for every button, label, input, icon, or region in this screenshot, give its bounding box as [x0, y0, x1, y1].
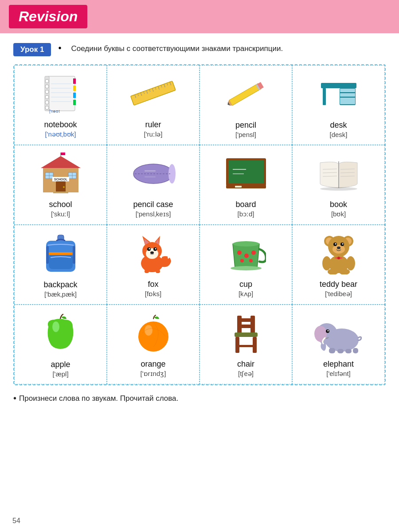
svg-point-2 [45, 79, 49, 83]
trans-fox: [fɒks] [145, 290, 162, 298]
svg-rect-32 [229, 83, 261, 106]
svg-rect-133 [235, 332, 258, 337]
vocab-cell-orange: orange ['ɒrɪndʒ] [107, 305, 200, 384]
svg-rect-85 [46, 246, 49, 264]
vocab-cell-cup: cup [kʌp] [200, 225, 292, 305]
svg-rect-70 [226, 185, 266, 188]
bottom-bullet: • [13, 393, 16, 403]
chair-icon [228, 311, 264, 355]
book-icon [317, 152, 361, 196]
svg-rect-15 [73, 93, 76, 98]
svg-rect-69 [228, 160, 264, 184]
word-elephant: elephant [323, 360, 354, 369]
word-book: book [330, 200, 347, 209]
svg-rect-41 [323, 88, 326, 105]
trans-apple: ['æpl] [52, 370, 68, 378]
svg-rect-73 [235, 186, 242, 188]
word-school: school [49, 200, 72, 209]
vocab-cell-desk: desk [desk] [292, 65, 385, 145]
svg-rect-46 [340, 98, 355, 104]
svg-point-97 [149, 248, 150, 250]
vocab-cell-pencil-case: pencil case ['pensl‚keɪs] [107, 145, 200, 225]
board-icon [224, 152, 268, 196]
vocab-cell-ruler: ruler ['ruːlə] [107, 65, 200, 145]
svg-rect-14 [73, 86, 76, 91]
pencil-icon [224, 72, 268, 116]
page-title: Revision [19, 8, 78, 24]
word-backpack: backpack [43, 280, 77, 289]
trans-cup: [kʌp] [239, 290, 253, 298]
trans-orange: ['ɒrɪndʒ] [141, 370, 166, 378]
svg-rect-39 [321, 83, 356, 88]
trans-notebook: ['nəʊt‚bʊk] [45, 130, 76, 138]
svg-point-50 [63, 186, 65, 188]
svg-point-7 [45, 106, 49, 110]
word-teddy-bear: teddy bear [320, 280, 357, 289]
desk-icon [317, 72, 361, 116]
svg-rect-13 [73, 78, 76, 84]
vocab-cell-notebook: ['nəʊt notebook ['nəʊt‚bʊk] [14, 65, 107, 145]
trans-elephant: ['elɪfənt] [326, 370, 351, 378]
svg-point-107 [249, 259, 253, 262]
svg-point-6 [45, 101, 49, 104]
svg-rect-45 [340, 93, 355, 97]
vocab-cell-teddy-bear: teddy bear ['tedibeə] [292, 225, 385, 305]
school-icon: SCHOOL [36, 152, 85, 196]
word-desk: desk [330, 121, 347, 130]
vocab-cell-backpack: backpack ['bæk‚pæk] [14, 225, 107, 305]
svg-point-98 [155, 248, 156, 250]
svg-rect-136 [237, 345, 255, 347]
vocab-cell-elephant: elephant ['elɪfənt] [292, 305, 385, 384]
svg-point-122 [322, 256, 331, 270]
trans-school: ['skuːl] [51, 210, 70, 218]
svg-point-106 [240, 259, 244, 262]
svg-point-104 [244, 254, 249, 258]
lesson-instruction: Соедини буквы с соответствующими знаками… [71, 43, 283, 55]
vocab-cell-apple: apple ['æpl] [14, 305, 107, 384]
svg-point-108 [231, 266, 262, 270]
word-board: board [235, 200, 256, 209]
backpack-icon [41, 231, 81, 276]
fox-icon [133, 231, 173, 275]
pencil-case-icon [131, 152, 176, 196]
trans-desk: [desk] [329, 131, 347, 138]
word-chair: chair [237, 360, 254, 369]
vocab-grid: ['nəʊt notebook ['nəʊt‚bʊk] [13, 64, 386, 385]
revision-title-box: Revision [9, 5, 87, 28]
svg-rect-87 [49, 252, 73, 255]
svg-point-103 [237, 250, 242, 255]
svg-point-119 [337, 246, 340, 249]
svg-marker-48 [41, 156, 81, 168]
svg-rect-44 [340, 89, 355, 92]
svg-rect-18 [130, 81, 175, 105]
vocab-cell-book: book [bʊk] [292, 145, 385, 225]
svg-point-128 [145, 325, 153, 336]
word-ruler: ruler [145, 120, 161, 129]
svg-rect-100 [145, 270, 149, 273]
bullet-point: • [58, 43, 61, 53]
trans-pencil: ['pensl] [235, 131, 256, 138]
svg-rect-61 [61, 153, 65, 155]
svg-rect-101 [156, 270, 160, 273]
svg-rect-144 [345, 349, 352, 353]
svg-text:['nəʊt: ['nəʊt [49, 109, 60, 113]
trans-chair: [tʃeə] [238, 370, 254, 378]
svg-point-5 [45, 95, 49, 99]
svg-point-141 [327, 330, 329, 331]
trans-teddy-bear: ['tedibeə] [325, 290, 352, 298]
page-header: Revision [0, 0, 399, 33]
page-number: 54 [12, 517, 20, 525]
bottom-instruction-text: Произнеси слова по звукам. Прочитай слов… [19, 394, 178, 403]
trans-board: [bɔːd] [237, 210, 254, 218]
word-pencil-case: pencil case [133, 200, 173, 209]
teddy-bear-icon [319, 231, 359, 275]
lesson-row: Урок 1 • Соедини буквы с соответствующим… [13, 43, 386, 56]
word-pencil: pencil [235, 121, 256, 130]
svg-rect-0 [47, 76, 75, 111]
word-apple: apple [51, 360, 70, 369]
svg-rect-132 [237, 325, 255, 328]
svg-point-99 [150, 251, 154, 254]
notebook-icon: ['nəʊt [39, 72, 82, 116]
svg-point-118 [342, 243, 343, 245]
svg-point-102 [233, 241, 259, 246]
